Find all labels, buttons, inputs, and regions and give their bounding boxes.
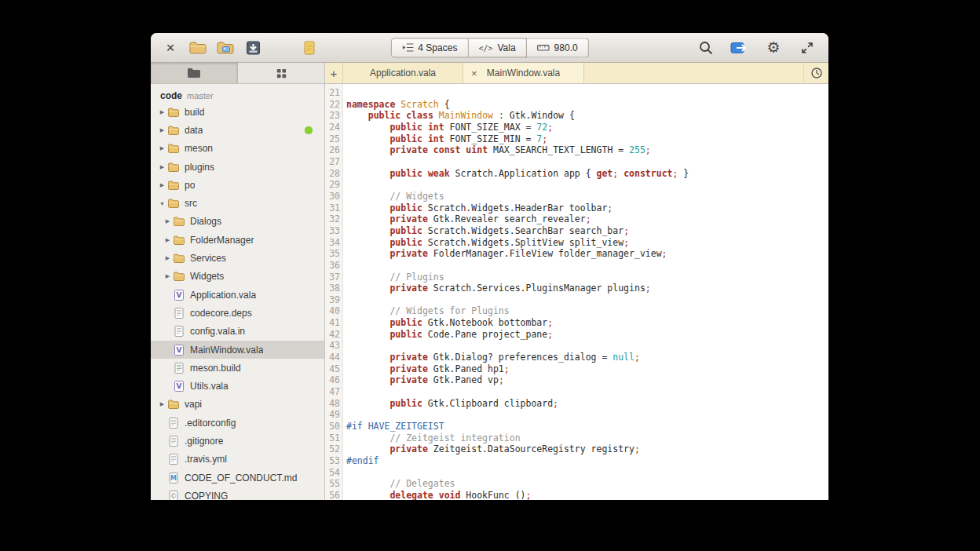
code-line-33: public Scratch.Widgets.SearchBar search_… (346, 225, 828, 237)
tree-item-label: Services (190, 253, 226, 264)
code-line-24: public int FONT_SIZE_MAX = 72; (346, 122, 828, 133)
expander-right-icon[interactable]: ▶ (157, 109, 167, 115)
text-icon (167, 435, 180, 447)
tree-item-MainWindow.vala[interactable]: VMainWindow.vala (151, 341, 324, 359)
code-line-52: private Zeitgeist.DataSourceRegistry reg… (346, 443, 828, 455)
indentation-button[interactable]: 4 Spaces (390, 38, 468, 57)
line-number: 49 (325, 409, 340, 421)
line-number: 23 (325, 110, 340, 122)
tree-item-label: .editorconfig (185, 418, 236, 429)
share-button[interactable] (730, 37, 750, 59)
code-line-28: public weak Scratch.Application app { ge… (346, 168, 828, 180)
settings-button[interactable]: ⚙ (763, 37, 784, 59)
tree-item-meson.build[interactable]: meson.build (151, 359, 324, 377)
expander-down-icon[interactable]: ▼ (157, 201, 167, 206)
goto-button[interactable]: 980.0 (527, 38, 589, 57)
tree-item-label: meson.build (190, 363, 241, 374)
language-button[interactable]: </>Vala (468, 38, 526, 57)
expander-right-icon[interactable]: ▶ (157, 182, 167, 188)
project-view-button[interactable] (151, 63, 238, 83)
line-number: 25 (325, 133, 340, 145)
line-number: 27 (325, 156, 340, 168)
tree-item-CODE_OF_CONDUCT.md[interactable]: MCODE_OF_CONDUCT.md (151, 469, 324, 487)
expander-right-icon[interactable]: ▶ (157, 127, 167, 133)
code-line-26: private const uint MAX_SEARCH_TEXT_LENGT… (346, 144, 828, 156)
tab-close-icon[interactable]: × (471, 68, 477, 78)
tree-item-meson[interactable]: ▶meson (151, 140, 324, 158)
expander-right-icon[interactable]: ▶ (157, 401, 167, 407)
statusbar-buttons: 4 Spaces</>Vala980.0 (390, 38, 588, 57)
code-line-22: namespace Scratch { (346, 99, 828, 111)
tree-item-.editorconfig[interactable]: .editorconfig (151, 414, 324, 432)
code-line-35: private FolderManager.FileView folder_ma… (346, 248, 828, 260)
line-number: 37 (325, 272, 340, 283)
expander-right-icon[interactable]: ▶ (157, 145, 167, 151)
folder-icon (167, 106, 180, 119)
code-line-21 (346, 87, 828, 99)
tree-item-Widgets[interactable]: ▶Widgets (151, 268, 324, 286)
search-button[interactable] (696, 37, 716, 59)
code-line-42: public Code.Pane project_pane; (346, 329, 828, 341)
tree-item-src[interactable]: ▼src (151, 194, 324, 212)
code-line-25: public int FONT_SIZE_MIN = 7; (346, 133, 828, 145)
save-as-button[interactable] (243, 37, 263, 59)
line-number: 33 (325, 225, 340, 237)
tree-item-codecore.deps[interactable]: codecore.deps (151, 304, 324, 322)
line-number: 41 (325, 317, 340, 329)
code-line-46: private Gtk.Paned vp; (346, 374, 828, 386)
tree-item-COPYING[interactable]: ©COPYING (151, 487, 324, 500)
line-number: 54 (325, 467, 340, 479)
tree-item-Utils.vala[interactable]: VUtils.vala (151, 377, 324, 395)
code-line-39 (346, 294, 828, 306)
tree-item-data[interactable]: ▶data (151, 121, 324, 139)
expander-right-icon[interactable]: ▶ (163, 218, 173, 224)
line-number: 48 (325, 398, 340, 410)
project-header[interactable]: code master (151, 84, 324, 103)
folder-icon (167, 197, 180, 210)
tree-item-Dialogs[interactable]: ▶Dialogs (151, 213, 324, 231)
grid-icon (276, 68, 287, 79)
language-label: Vala (497, 42, 515, 53)
revert-button[interactable] (299, 37, 320, 59)
expander-right-icon[interactable]: ▶ (163, 237, 173, 243)
line-number: 38 (325, 283, 340, 294)
expander-right-icon[interactable]: ▶ (163, 255, 173, 261)
grid-view-button[interactable] (238, 63, 324, 83)
tree-item-build[interactable]: ▶build (151, 103, 324, 121)
tree-item-config.vala.in[interactable]: config.vala.in (151, 323, 324, 341)
dark-folder-icon (187, 68, 201, 78)
line-number: 39 (325, 294, 340, 306)
open-folder-icon (188, 40, 207, 56)
open-file-button[interactable] (188, 37, 208, 59)
line-number: 43 (325, 340, 340, 352)
tree-item-label: vapi (185, 399, 202, 410)
code-line-55: // Delegates (346, 478, 828, 490)
window-close-button[interactable]: × (160, 37, 181, 59)
svg-text:V: V (177, 346, 182, 354)
tree-item-Application.vala[interactable]: VApplication.vala (151, 286, 324, 304)
project-name: code (160, 90, 182, 101)
tree-item-.travis.yml[interactable]: .travis.yml (151, 451, 324, 469)
code-line-48: public Gtk.Clipboard clipboard; (346, 398, 828, 410)
expander-right-icon[interactable]: ▶ (157, 164, 167, 170)
code-line-31: public Scratch.Widgets.HeaderBar toolbar… (346, 203, 828, 214)
tree-item-po[interactable]: ▶po (151, 176, 324, 194)
tree-item-.gitignore[interactable]: .gitignore (151, 432, 324, 450)
templates-button[interactable] (215, 37, 236, 59)
tree-item-Services[interactable]: ▶Services (151, 249, 324, 267)
line-number: 24 (325, 122, 340, 133)
tab-MainWindow.vala[interactable]: ×MainWindow.vala (463, 63, 584, 83)
tab-Application.vala[interactable]: Application.vala (342, 63, 463, 83)
vala-icon: V (173, 380, 185, 392)
tree-item-label: src (185, 198, 197, 209)
expander-right-icon[interactable]: ▶ (163, 273, 173, 279)
tree-item-label: codecore.deps (190, 308, 252, 319)
history-button[interactable] (803, 63, 828, 83)
tree-item-label: Widgets (190, 271, 224, 282)
fullscreen-button[interactable] (797, 37, 817, 59)
tree-item-plugins[interactable]: ▶plugins (151, 158, 324, 176)
new-tab-button[interactable]: + (325, 63, 342, 83)
tree-item-vapi[interactable]: ▶vapi (151, 396, 324, 414)
tree-item-FolderManager[interactable]: ▶FolderManager (151, 231, 324, 249)
code-content[interactable]: namespace Scratch { public class MainWin… (343, 84, 828, 500)
